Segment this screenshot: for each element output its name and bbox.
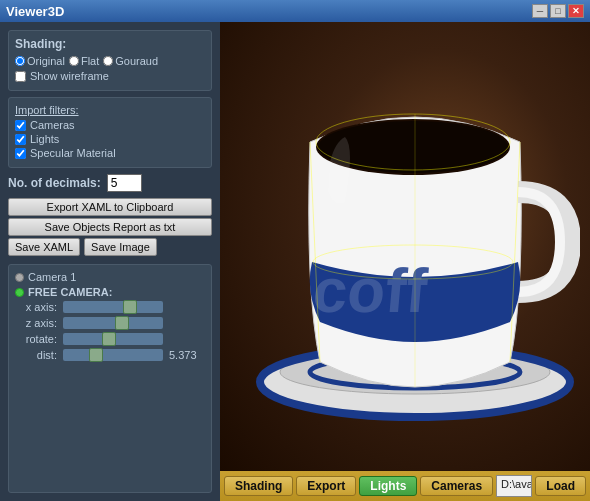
minimize-button[interactable]: ─ [532,4,548,18]
title-bar: Viewer3D ─ □ ✕ [0,0,590,22]
rotate-slider-row: rotate: [15,333,205,345]
close-button[interactable]: ✕ [568,4,584,18]
action-buttons: Export XAML to Clipboard Save Objects Re… [8,198,212,258]
camera1-indicator [15,273,24,282]
main-area: Shading: Original Flat Gouraud Show wire… [0,22,590,501]
save-objects-row: Save Objects Report as txt [8,218,212,236]
save-objects-button[interactable]: Save Objects Report as txt [8,218,212,236]
load-button[interactable]: Load [535,476,586,496]
import-filters-section: Import filters: Cameras Lights Specular … [8,97,212,168]
decimals-input[interactable] [107,174,142,192]
x-axis-label: x axis: [15,301,57,313]
save-image-button[interactable]: Save Image [84,238,157,256]
show-wireframe-checkbox[interactable]: Show wireframe [15,70,205,82]
cameras-toolbar-button[interactable]: Cameras [420,476,493,496]
dist-slider-row: dist: 5.373 [15,349,205,361]
window-controls: ─ □ ✕ [532,4,584,18]
mug-svg: coff coff [250,42,580,432]
shading-toolbar-button[interactable]: Shading [224,476,293,496]
free-camera-label[interactable]: FREE CAMERA: [28,286,112,298]
export-xaml-button[interactable]: Export XAML to Clipboard [8,198,212,216]
export-toolbar-button[interactable]: Export [296,476,356,496]
specular-material-checkbox[interactable]: Specular Material [15,147,205,159]
maximize-button[interactable]: □ [550,4,566,18]
save-xaml-button[interactable]: Save XAML [8,238,80,256]
window-title: Viewer3D [6,4,64,19]
dist-label: dist: [15,349,57,361]
z-axis-slider-row: z axis: [15,317,205,329]
lights-toolbar-button[interactable]: Lights [359,476,417,496]
dist-slider[interactable] [63,349,163,361]
rotate-slider[interactable] [63,333,163,345]
cameras-checkbox[interactable]: Cameras [15,119,205,131]
3d-scene: coff coff [220,22,590,471]
shading-radio-group: Original Flat Gouraud [15,55,205,67]
decimals-label: No. of decimals: [8,176,101,190]
free-camera-item: FREE CAMERA: [15,286,205,298]
bottom-toolbar: Shading Export Lights Cameras D:\avalon\… [220,471,590,501]
dist-value: 5.373 [169,349,204,361]
x-axis-slider-row: x axis: [15,301,205,313]
shading-gouraud[interactable]: Gouraud [103,55,158,67]
shading-flat[interactable]: Flat [69,55,99,67]
rotate-label: rotate: [15,333,57,345]
shading-section: Shading: Original Flat Gouraud Show wire… [8,30,212,91]
decimals-row: No. of decimals: [8,174,212,192]
shading-title: Shading: [15,37,205,51]
lights-checkbox[interactable]: Lights [15,133,205,145]
z-axis-label: z axis: [15,317,57,329]
camera1-label[interactable]: Camera 1 [28,271,76,283]
import-filters-title: Import filters: [15,104,205,116]
z-axis-slider[interactable] [63,317,163,329]
export-xaml-row: Export XAML to Clipboard [8,198,212,216]
camera-section: Camera 1 FREE CAMERA: x axis: z axis: ro… [8,264,212,493]
path-field[interactable]: D:\avalon\my 3d objects\other 3 [496,475,532,497]
free-camera-indicator [15,288,24,297]
left-panel: Shading: Original Flat Gouraud Show wire… [0,22,220,501]
svg-text:coff: coff [310,256,430,325]
shading-original[interactable]: Original [15,55,65,67]
x-axis-slider[interactable] [63,301,163,313]
save-buttons-row: Save XAML Save Image [8,238,212,256]
camera1-item: Camera 1 [15,271,205,283]
viewport[interactable]: coff coff Shading Export Lights Cameras … [220,22,590,501]
